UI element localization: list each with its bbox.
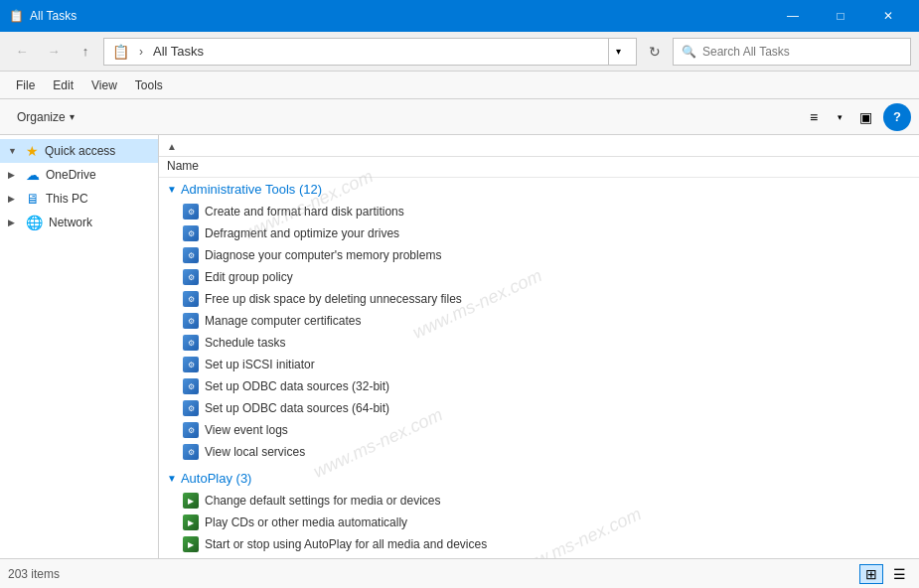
- sidebar-item-label-onedrive: OneDrive: [46, 168, 96, 182]
- close-button[interactable]: ✕: [865, 0, 911, 32]
- autoplay-expand-icon: ▼: [167, 473, 177, 484]
- sidebar-item-label-this-pc: This PC: [46, 192, 88, 206]
- organize-button[interactable]: Organize ▾: [8, 105, 83, 129]
- path-text: All Tasks: [153, 44, 602, 59]
- organize-arrow: ▾: [70, 111, 75, 122]
- item-count: 203 items: [8, 567, 60, 581]
- list-item[interactable]: ⚙ Edit group policy: [159, 266, 919, 288]
- group-items-autoplay: ▶ Change default settings for media or d…: [159, 490, 919, 555]
- list-item[interactable]: ⚙ Set up ODBC data sources (64-bit): [159, 397, 919, 419]
- sidebar-item-quick-access[interactable]: ▼ ★ Quick access: [0, 139, 158, 163]
- column-header: ▲: [159, 139, 919, 157]
- help-icon: ?: [893, 109, 901, 124]
- list-item[interactable]: ⚙ Defragment and optimize your drives: [159, 222, 919, 244]
- sidebar-item-label-network: Network: [49, 216, 92, 229]
- menu-file[interactable]: File: [8, 76, 43, 94]
- item-icon: ▶: [183, 536, 199, 552]
- sidebar-item-this-pc[interactable]: ▶ 🖥 This PC: [0, 187, 158, 211]
- search-input[interactable]: [702, 45, 902, 59]
- list-item[interactable]: ⚙ Set up iSCSI initiator: [159, 354, 919, 375]
- path-icon: 📋: [112, 44, 129, 60]
- onedrive-expand-arrow: ▶: [8, 170, 20, 180]
- status-view-details-button[interactable]: ☰: [887, 564, 911, 584]
- view-list-icon: ≡: [810, 109, 818, 125]
- group-label-autoplay: AutoPlay (3): [181, 471, 252, 486]
- list-item[interactable]: ⚙ Free up disk space by deleting unneces…: [159, 288, 919, 310]
- view-list-button[interactable]: ≡: [800, 103, 828, 131]
- view-pane-button[interactable]: ▣: [851, 103, 879, 131]
- menu-bar: File Edit View Tools: [0, 72, 919, 99]
- quick-access-icon: ★: [26, 143, 39, 159]
- menu-tools[interactable]: Tools: [127, 76, 171, 94]
- group-header-admin-tools[interactable]: ▼ Administrative Tools (12): [159, 178, 919, 201]
- column-name-label[interactable]: Name: [167, 159, 199, 173]
- network-icon: 🌐: [26, 215, 43, 230]
- list-item[interactable]: ▶ Start or stop using AutoPlay for all m…: [159, 533, 919, 555]
- address-box[interactable]: 📋 › All Tasks ▾: [103, 38, 637, 66]
- maximize-button[interactable]: □: [818, 0, 863, 32]
- title-bar: 📋 All Tasks — □ ✕: [0, 0, 919, 32]
- item-icon: ⚙: [183, 335, 199, 351]
- list-item[interactable]: ⚙ View event logs: [159, 419, 919, 441]
- list-item[interactable]: ⚙ Set up ODBC data sources (32-bit): [159, 375, 919, 397]
- status-view-controls: ⊞ ☰: [859, 564, 911, 584]
- sidebar-item-onedrive[interactable]: ▶ ☁ OneDrive: [0, 163, 158, 187]
- item-icon: ⚙: [183, 247, 199, 263]
- this-pc-icon: 🖥: [26, 191, 40, 207]
- list-item[interactable]: ⚙ Diagnose your computer's memory proble…: [159, 244, 919, 266]
- item-icon: ▶: [183, 514, 199, 530]
- list-item[interactable]: ⚙ View local services: [159, 441, 919, 463]
- sidebar-item-label-quick-access: Quick access: [45, 144, 115, 158]
- help-button[interactable]: ?: [883, 103, 911, 131]
- item-icon: ⚙: [183, 422, 199, 438]
- item-icon: ⚙: [183, 204, 199, 220]
- organize-label: Organize: [17, 110, 66, 124]
- view-dropdown-icon: ▾: [838, 112, 842, 122]
- list-item[interactable]: ⚙ Create and format hard disk partitions: [159, 201, 919, 222]
- list-item[interactable]: ▶ Play CDs or other media automatically: [159, 512, 919, 533]
- window-title: All Tasks: [30, 9, 77, 23]
- search-icon: 🔍: [682, 45, 696, 59]
- item-icon: ⚙: [183, 357, 199, 372]
- item-icon: ⚙: [183, 313, 199, 329]
- refresh-button[interactable]: ↻: [641, 38, 669, 66]
- search-box[interactable]: 🔍: [673, 38, 911, 66]
- list-item[interactable]: ⚙ Schedule tasks: [159, 332, 919, 354]
- admin-tools-expand-icon: ▼: [167, 184, 177, 195]
- toolbar: Organize ▾ ≡ ▾ ▣ ?: [0, 99, 919, 135]
- group-label-admin-tools: Administrative Tools (12): [181, 182, 322, 197]
- network-expand-arrow: ▶: [8, 218, 20, 227]
- item-icon: ⚙: [183, 225, 199, 241]
- item-icon: ⚙: [183, 269, 199, 285]
- sort-up-arrow: ▲: [167, 141, 177, 152]
- up-button[interactable]: ↑: [72, 38, 99, 66]
- group-header-autoplay[interactable]: ▼ AutoPlay (3): [159, 467, 919, 490]
- address-bar: ← → ↑ 📋 › All Tasks ▾ ↻ 🔍: [0, 32, 919, 72]
- group-items-admin-tools: ⚙ Create and format hard disk partitions…: [159, 201, 919, 463]
- menu-view[interactable]: View: [83, 76, 125, 94]
- status-view-list-button[interactable]: ⊞: [859, 564, 883, 584]
- minimize-button[interactable]: —: [770, 0, 816, 32]
- list-item[interactable]: ⚙ Manage computer certificates: [159, 310, 919, 332]
- forward-button[interactable]: →: [40, 38, 68, 66]
- back-button[interactable]: ←: [8, 38, 36, 66]
- list-item[interactable]: ▶ Change default settings for media or d…: [159, 490, 919, 512]
- item-icon: ⚙: [183, 291, 199, 307]
- item-icon: ⚙: [183, 444, 199, 460]
- quick-access-expand-arrow: ▼: [8, 146, 20, 156]
- address-dropdown-button[interactable]: ▾: [608, 38, 628, 66]
- item-icon: ⚙: [183, 400, 199, 416]
- view-dropdown-button[interactable]: ▾: [832, 103, 847, 131]
- item-icon: ⚙: [183, 378, 199, 394]
- sidebar: ▼ ★ Quick access ▶ ☁ OneDrive ▶ 🖥 This P…: [0, 135, 159, 558]
- status-bar: 203 items ⊞ ☰: [0, 558, 919, 588]
- content-area: www.ms-nex.com www.ms-nex.com www.ms-nex…: [159, 135, 919, 558]
- main-area: ▼ ★ Quick access ▶ ☁ OneDrive ▶ 🖥 This P…: [0, 135, 919, 558]
- onedrive-icon: ☁: [26, 167, 40, 183]
- app-icon: 📋: [8, 8, 24, 24]
- menu-edit[interactable]: Edit: [45, 76, 81, 94]
- item-icon: ▶: [183, 493, 199, 509]
- sidebar-item-network[interactable]: ▶ 🌐 Network: [0, 211, 158, 234]
- this-pc-expand-arrow: ▶: [8, 194, 20, 204]
- view-pane-icon: ▣: [859, 109, 872, 125]
